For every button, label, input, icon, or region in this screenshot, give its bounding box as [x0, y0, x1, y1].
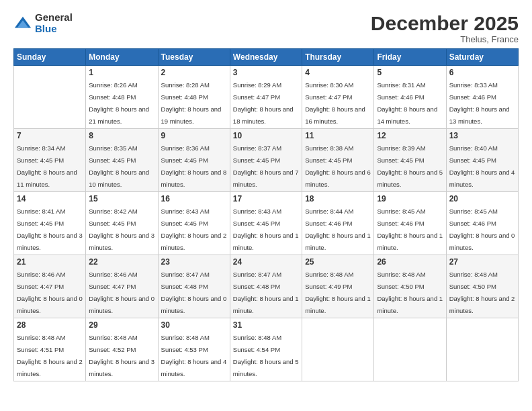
- table-row: 7 Sunrise: 8:34 AMSunset: 4:45 PMDayligh…: [14, 129, 86, 192]
- col-saturday: Saturday: [446, 49, 518, 66]
- table-row: 3 Sunrise: 8:29 AMSunset: 4:47 PMDayligh…: [230, 66, 302, 129]
- day-number: 21: [17, 257, 83, 267]
- day-info: Sunrise: 8:48 AMSunset: 4:53 PMDaylight:…: [161, 334, 227, 377]
- table-row: 8 Sunrise: 8:35 AMSunset: 4:45 PMDayligh…: [86, 129, 158, 192]
- table-row: 30 Sunrise: 8:48 AMSunset: 4:53 PMDaylig…: [158, 318, 230, 381]
- table-row: 11 Sunrise: 8:38 AMSunset: 4:45 PMDaylig…: [302, 129, 374, 192]
- day-number: 6: [449, 68, 515, 77]
- table-row: 21 Sunrise: 8:46 AMSunset: 4:47 PMDaylig…: [14, 255, 86, 318]
- day-number: 14: [17, 194, 83, 203]
- table-row: 19 Sunrise: 8:45 AMSunset: 4:46 PMDaylig…: [374, 192, 446, 255]
- day-number: 18: [305, 194, 371, 203]
- day-info: Sunrise: 8:40 AMSunset: 4:45 PMDaylight:…: [449, 144, 515, 188]
- day-info: Sunrise: 8:43 AMSunset: 4:45 PMDaylight:…: [161, 208, 227, 251]
- day-info: Sunrise: 8:35 AMSunset: 4:45 PMDaylight:…: [89, 144, 149, 188]
- day-info: Sunrise: 8:30 AMSunset: 4:47 PMDaylight:…: [305, 81, 365, 125]
- day-number: 13: [449, 131, 515, 140]
- day-info: Sunrise: 8:36 AMSunset: 4:45 PMDaylight:…: [161, 144, 227, 188]
- day-number: 10: [233, 131, 299, 140]
- day-info: Sunrise: 8:39 AMSunset: 4:45 PMDaylight:…: [377, 144, 443, 188]
- table-row: 23 Sunrise: 8:47 AMSunset: 4:48 PMDaylig…: [158, 255, 230, 318]
- table-row: 25 Sunrise: 8:48 AMSunset: 4:49 PMDaylig…: [302, 255, 374, 318]
- day-number: 17: [233, 194, 299, 203]
- day-info: Sunrise: 8:44 AMSunset: 4:46 PMDaylight:…: [305, 208, 371, 251]
- table-row: 26 Sunrise: 8:48 AMSunset: 4:50 PMDaylig…: [374, 255, 446, 318]
- table-row: 27 Sunrise: 8:48 AMSunset: 4:50 PMDaylig…: [446, 255, 518, 318]
- day-number: 11: [305, 131, 371, 140]
- day-number: 20: [449, 194, 515, 203]
- table-row: 14 Sunrise: 8:41 AMSunset: 4:45 PMDaylig…: [14, 192, 86, 255]
- table-row: 6 Sunrise: 8:33 AMSunset: 4:46 PMDayligh…: [446, 66, 518, 129]
- table-row: 15 Sunrise: 8:42 AMSunset: 4:45 PMDaylig…: [86, 192, 158, 255]
- day-info: Sunrise: 8:33 AMSunset: 4:46 PMDaylight:…: [449, 81, 510, 125]
- page: General Blue December 2025 Thelus, Franc…: [0, 0, 532, 411]
- day-number: 3: [233, 68, 299, 77]
- day-info: Sunrise: 8:48 AMSunset: 4:50 PMDaylight:…: [449, 271, 515, 314]
- logo-blue-text: Blue: [35, 24, 73, 35]
- logo-icon: [13, 14, 32, 33]
- day-number: 27: [449, 257, 515, 267]
- table-row: 24 Sunrise: 8:47 AMSunset: 4:48 PMDaylig…: [230, 255, 302, 318]
- table-row: 16 Sunrise: 8:43 AMSunset: 4:45 PMDaylig…: [158, 192, 230, 255]
- day-number: 26: [377, 257, 443, 267]
- day-info: Sunrise: 8:45 AMSunset: 4:46 PMDaylight:…: [377, 208, 443, 251]
- table-row: 20 Sunrise: 8:45 AMSunset: 4:46 PMDaylig…: [446, 192, 518, 255]
- col-tuesday: Tuesday: [158, 49, 230, 66]
- day-number: 22: [89, 257, 154, 267]
- day-info: Sunrise: 8:34 AMSunset: 4:45 PMDaylight:…: [17, 144, 77, 188]
- col-thursday: Thursday: [302, 49, 374, 66]
- day-info: Sunrise: 8:45 AMSunset: 4:46 PMDaylight:…: [449, 208, 515, 251]
- day-number: 29: [89, 320, 154, 330]
- day-number: 8: [89, 131, 154, 140]
- table-row: 22 Sunrise: 8:46 AMSunset: 4:47 PMDaylig…: [86, 255, 158, 318]
- day-number: 16: [161, 194, 227, 203]
- day-info: Sunrise: 8:37 AMSunset: 4:45 PMDaylight:…: [233, 144, 299, 188]
- day-info: Sunrise: 8:47 AMSunset: 4:48 PMDaylight:…: [233, 271, 299, 314]
- day-number: 25: [305, 257, 371, 267]
- day-info: Sunrise: 8:46 AMSunset: 4:47 PMDaylight:…: [89, 271, 154, 314]
- day-number: 28: [17, 320, 83, 330]
- day-number: 15: [89, 194, 154, 203]
- day-number: 4: [305, 68, 371, 77]
- day-number: 1: [89, 68, 154, 77]
- day-info: Sunrise: 8:26 AMSunset: 4:48 PMDaylight:…: [89, 81, 149, 125]
- col-wednesday: Wednesday: [230, 49, 302, 66]
- table-row: 17 Sunrise: 8:43 AMSunset: 4:45 PMDaylig…: [230, 192, 302, 255]
- header-row: Sunday Monday Tuesday Wednesday Thursday…: [14, 49, 519, 66]
- day-number: 7: [17, 131, 83, 140]
- calendar-table: Sunday Monday Tuesday Wednesday Thursday…: [13, 48, 519, 381]
- day-info: Sunrise: 8:38 AMSunset: 4:45 PMDaylight:…: [305, 144, 371, 188]
- header: General Blue December 2025 Thelus, Franc…: [13, 12, 519, 44]
- day-info: Sunrise: 8:47 AMSunset: 4:48 PMDaylight:…: [161, 271, 227, 314]
- day-info: Sunrise: 8:48 AMSunset: 4:49 PMDaylight:…: [305, 271, 371, 314]
- day-number: 9: [161, 131, 227, 140]
- col-sunday: Sunday: [14, 49, 86, 66]
- day-info: Sunrise: 8:42 AMSunset: 4:45 PMDaylight:…: [89, 208, 154, 251]
- table-row: 4 Sunrise: 8:30 AMSunset: 4:47 PMDayligh…: [302, 66, 374, 129]
- col-friday: Friday: [374, 49, 446, 66]
- table-row: [374, 318, 446, 381]
- day-info: Sunrise: 8:46 AMSunset: 4:47 PMDaylight:…: [17, 271, 83, 314]
- day-number: 5: [377, 68, 443, 77]
- day-number: 24: [233, 257, 299, 267]
- table-row: [446, 318, 518, 381]
- logo-text: General Blue: [35, 12, 73, 34]
- day-info: Sunrise: 8:48 AMSunset: 4:51 PMDaylight:…: [17, 334, 83, 377]
- day-info: Sunrise: 8:41 AMSunset: 4:45 PMDaylight:…: [17, 208, 83, 251]
- title-block: December 2025 Thelus, France: [371, 12, 519, 44]
- table-row: 29 Sunrise: 8:48 AMSunset: 4:52 PMDaylig…: [86, 318, 158, 381]
- table-row: 13 Sunrise: 8:40 AMSunset: 4:45 PMDaylig…: [446, 129, 518, 192]
- day-number: 2: [161, 68, 227, 77]
- day-info: Sunrise: 8:28 AMSunset: 4:48 PMDaylight:…: [161, 81, 222, 125]
- day-number: 31: [233, 320, 299, 330]
- day-info: Sunrise: 8:29 AMSunset: 4:47 PMDaylight:…: [233, 81, 294, 125]
- day-number: 30: [161, 320, 227, 330]
- table-row: 10 Sunrise: 8:37 AMSunset: 4:45 PMDaylig…: [230, 129, 302, 192]
- month-title: December 2025: [371, 12, 519, 34]
- table-row: [302, 318, 374, 381]
- day-number: 19: [377, 194, 443, 203]
- day-number: 23: [161, 257, 227, 267]
- table-row: 1 Sunrise: 8:26 AMSunset: 4:48 PMDayligh…: [86, 66, 158, 129]
- day-info: Sunrise: 8:31 AMSunset: 4:46 PMDaylight:…: [377, 81, 437, 125]
- day-number: 12: [377, 131, 443, 140]
